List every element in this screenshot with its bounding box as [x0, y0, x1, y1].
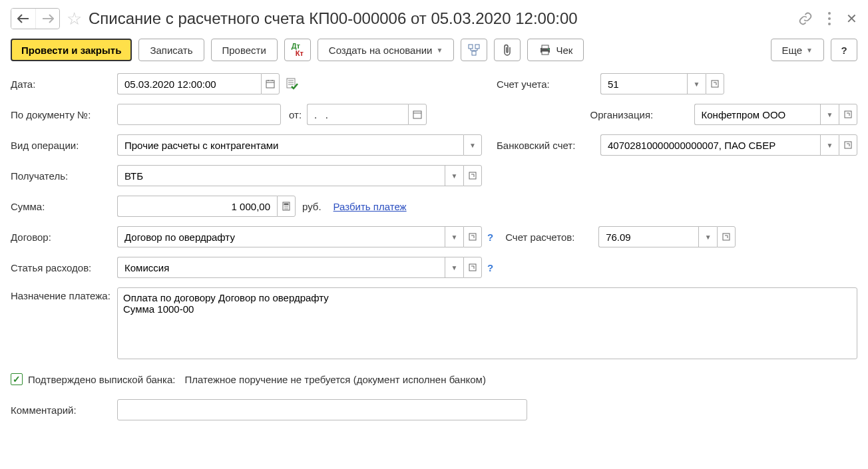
link-icon[interactable] — [798, 11, 813, 26]
optype-input[interactable] — [123, 139, 458, 152]
bankacc-label: Банковский счет: — [497, 140, 600, 151]
svg-point-31 — [287, 208, 288, 210]
open-icon[interactable] — [463, 226, 482, 247]
open-icon[interactable] — [706, 73, 724, 94]
more-button[interactable]: Еще ▼ — [771, 39, 824, 61]
check-button[interactable]: Чек — [527, 39, 584, 61]
org-input[interactable] — [700, 108, 815, 121]
open-icon[interactable] — [463, 165, 482, 186]
docno-input[interactable] — [123, 108, 275, 121]
checkbox-checked-icon[interactable]: ✓ — [11, 373, 23, 385]
open-icon[interactable] — [717, 226, 736, 247]
save-button[interactable]: Записать — [138, 39, 204, 61]
contract-input[interactable] — [123, 231, 439, 243]
svg-point-0 — [828, 12, 831, 15]
dropdown-icon[interactable]: ▼ — [463, 134, 482, 156]
help-icon[interactable]: ? — [487, 232, 493, 243]
date-field[interactable] — [117, 73, 280, 94]
favorite-star-icon[interactable]: ☆ — [67, 9, 82, 29]
recipient-field[interactable]: ▼ — [117, 165, 482, 186]
org-label: Организация: — [590, 109, 694, 120]
post-button[interactable]: Провести — [211, 39, 278, 61]
toolbar: Провести и закрыть Записать Провести Дт … — [11, 39, 857, 61]
svg-rect-19 — [413, 111, 421, 118]
create-based-label: Создать на основании — [329, 45, 433, 56]
docno-field[interactable] — [117, 104, 281, 125]
nav-buttons — [11, 8, 60, 29]
open-icon[interactable] — [463, 257, 482, 278]
create-based-on-button[interactable]: Создать на основании ▼ — [318, 39, 455, 61]
expense-input[interactable] — [123, 261, 439, 274]
dropdown-icon[interactable]: ▼ — [445, 226, 463, 247]
date-label: Дата: — [11, 78, 117, 90]
from-label: от: — [289, 109, 302, 120]
attach-button[interactable] — [494, 39, 521, 61]
settleacc-label: Счет расчетов: — [505, 232, 598, 243]
calendar-icon[interactable] — [261, 73, 280, 94]
svg-rect-21 — [845, 111, 851, 118]
dropdown-icon[interactable]: ▼ — [820, 104, 839, 125]
date-input[interactable] — [123, 78, 256, 90]
currency-label: руб. — [302, 201, 322, 212]
structure-button[interactable] — [461, 39, 487, 61]
post-and-close-button[interactable]: Провести и закрыть — [11, 39, 132, 61]
dropdown-icon[interactable]: ▼ — [698, 226, 717, 247]
bankacc-input[interactable] — [606, 139, 815, 152]
nav-back-button[interactable] — [11, 9, 35, 29]
org-field[interactable]: ▼ — [694, 104, 857, 125]
from-field[interactable] — [307, 104, 427, 125]
kebab-menu-icon[interactable] — [827, 11, 831, 26]
calendar-icon[interactable] — [408, 104, 427, 125]
page-title: Списание с расчетного счета КП00-000006 … — [89, 9, 783, 28]
split-payment-link[interactable]: Разбить платеж — [333, 201, 407, 212]
svg-point-26 — [284, 206, 286, 208]
expense-label: Статья расходов: — [11, 262, 117, 273]
svg-point-28 — [287, 206, 288, 208]
amount-input[interactable] — [123, 200, 272, 213]
dtkt-button[interactable]: Дт Кт — [284, 39, 311, 61]
amount-field[interactable] — [117, 196, 296, 217]
comment-input[interactable] — [123, 404, 521, 416]
svg-rect-8 — [542, 51, 548, 55]
expense-field[interactable]: ▼ — [117, 257, 482, 278]
dropdown-icon[interactable]: ▼ — [445, 257, 463, 278]
contract-field[interactable]: ▼ — [117, 226, 482, 247]
dropdown-icon[interactable]: ▼ — [445, 165, 463, 186]
svg-rect-14 — [287, 78, 295, 88]
close-button[interactable]: ✕ — [846, 11, 857, 27]
calculator-icon[interactable] — [277, 196, 296, 217]
purpose-textarea[interactable] — [117, 287, 857, 359]
recipient-input[interactable] — [123, 170, 439, 182]
comment-field[interactable] — [117, 399, 527, 420]
svg-rect-7 — [542, 45, 548, 49]
from-input[interactable] — [313, 108, 403, 121]
help-button[interactable]: ? — [831, 39, 857, 61]
form: Дата: Счет учета: ▼ По документу №: от: — [11, 73, 857, 420]
bankacc-field[interactable]: ▼ — [600, 134, 857, 156]
check-label: Чек — [556, 45, 572, 56]
docno-label: По документу №: — [11, 109, 117, 120]
svg-point-1 — [828, 17, 831, 20]
help-icon[interactable]: ? — [487, 262, 493, 273]
svg-rect-22 — [845, 142, 851, 148]
svg-rect-23 — [469, 172, 476, 179]
comment-label: Комментарий: — [11, 404, 117, 416]
account-input[interactable] — [606, 78, 682, 90]
confirmed-label: Подтверждено выпиской банка: — [28, 374, 175, 385]
open-icon[interactable] — [839, 134, 857, 156]
posted-ok-icon — [286, 78, 298, 90]
svg-rect-4 — [475, 45, 479, 49]
svg-rect-5 — [472, 51, 476, 55]
nav-forward-button[interactable] — [35, 9, 59, 29]
account-field[interactable]: ▼ — [600, 73, 724, 94]
dropdown-icon[interactable]: ▼ — [687, 73, 706, 94]
svg-rect-34 — [469, 264, 476, 271]
open-icon[interactable] — [839, 104, 857, 125]
svg-rect-18 — [712, 80, 718, 87]
svg-point-30 — [286, 208, 287, 210]
confirmed-note: Платежное поручение не требуется (докуме… — [184, 374, 485, 385]
settleacc-input[interactable] — [604, 231, 693, 243]
settleacc-field[interactable]: ▼ — [598, 226, 736, 247]
dropdown-icon[interactable]: ▼ — [820, 134, 839, 156]
optype-field[interactable]: ▼ — [117, 134, 482, 156]
